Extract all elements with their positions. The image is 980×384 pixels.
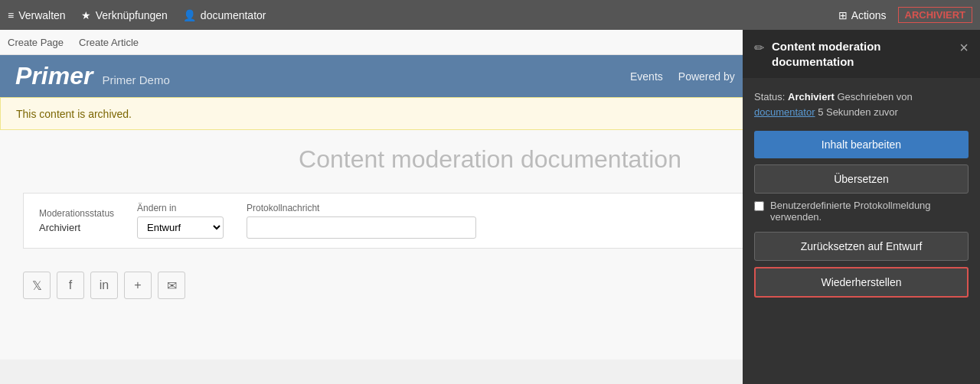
moderation-status-group: Moderationsstatus Archiviert xyxy=(39,208,114,233)
panel-header-left: ✏ Content moderation documentation xyxy=(754,39,959,69)
moderation-message-group: Protokollnachricht xyxy=(247,203,476,239)
nav-label-verknuepfungen: Verknüpfungen xyxy=(96,9,168,21)
nav-item-documentator[interactable]: 👤 documentator xyxy=(183,9,266,21)
user-icon: 👤 xyxy=(183,9,196,21)
moderation-change-group: Ändern in Entwurf Veröffentlicht Archivi… xyxy=(137,203,224,239)
author-link[interactable]: documentator xyxy=(754,106,815,118)
panel-close-button[interactable]: × xyxy=(959,39,969,57)
create-article-link[interactable]: Create Article xyxy=(79,37,139,48)
translate-button[interactable]: Übersetzen xyxy=(754,164,969,194)
addthis-share-icon[interactable]: + xyxy=(124,272,152,299)
actions-label: Actions xyxy=(851,9,887,21)
site-tagline: Primer Demo xyxy=(102,73,169,86)
status-label: Status: xyxy=(754,91,785,103)
moderation-change-label: Ändern in xyxy=(137,203,224,213)
create-page-link[interactable]: Create Page xyxy=(8,37,64,48)
moderation-change-select[interactable]: Entwurf Veröffentlicht Archiviert xyxy=(137,216,224,239)
panel-body: Status: Archiviert Geschrieben von docum… xyxy=(743,78,980,384)
nav-events[interactable]: Events xyxy=(630,70,663,83)
moderation-message-label: Protokollnachricht xyxy=(247,203,476,213)
nav-item-verwalten[interactable]: ≡ Verwalten xyxy=(8,9,66,21)
moderation-message-input[interactable] xyxy=(247,216,476,239)
linkedin-share-icon[interactable]: in xyxy=(90,272,118,299)
nav-powered-by[interactable]: Powered by xyxy=(678,70,735,83)
star-icon: ★ xyxy=(81,9,91,21)
nav-item-verknuepfungen[interactable]: ★ Verknüpfungen xyxy=(81,9,168,21)
alert-message: This content is archived. xyxy=(16,108,132,120)
twitter-share-icon[interactable]: 𝕏 xyxy=(23,272,51,299)
edit-icon: ✏ xyxy=(754,41,764,55)
site-logo: Primer xyxy=(15,62,93,90)
panel-status-text: Status: Archiviert Geschrieben von docum… xyxy=(754,89,969,119)
reset-to-draft-button[interactable]: Zurücksetzen auf Entwurf xyxy=(754,232,969,261)
edit-content-button[interactable]: Inhalt bearbeiten xyxy=(754,131,969,158)
nav-label-documentator: documentator xyxy=(201,9,266,21)
moderation-status-value: Archiviert xyxy=(39,222,114,233)
right-panel: ✏ Content moderation documentation × Sta… xyxy=(743,30,980,384)
custom-log-checkbox-row: Benutzerdefinierte Protokollmeldung verw… xyxy=(754,200,969,223)
status-value: Archiviert xyxy=(788,91,835,103)
site-logo-area: Primer Primer Demo xyxy=(15,62,170,90)
hamburger-icon: ≡ xyxy=(8,9,14,21)
nav-label-verwalten: Verwalten xyxy=(18,9,65,21)
actions-button[interactable]: ⊞ Actions xyxy=(838,9,887,21)
email-share-icon[interactable]: ✉ xyxy=(158,272,185,299)
written-by-label: Geschrieben von xyxy=(837,91,912,103)
moderation-status-label: Moderationsstatus xyxy=(39,208,114,219)
time-ago: 5 Sekunden zuvor xyxy=(818,106,898,118)
facebook-share-icon[interactable]: f xyxy=(57,272,84,299)
archived-badge: ARCHIVIERT xyxy=(898,7,972,23)
top-nav-right: ⊞ Actions ARCHIVIERT xyxy=(838,7,972,23)
top-nav-left: ≡ Verwalten ★ Verknüpfungen 👤 documentat… xyxy=(8,9,266,21)
top-navigation: ≡ Verwalten ★ Verknüpfungen 👤 documentat… xyxy=(0,0,980,30)
custom-log-checkbox[interactable] xyxy=(754,201,764,211)
list-icon: ⊞ xyxy=(838,9,848,21)
panel-title: Content moderation documentation xyxy=(772,39,959,69)
restore-button[interactable]: Wiederherstellen xyxy=(754,267,969,298)
panel-header: ✏ Content moderation documentation × xyxy=(743,30,980,78)
custom-log-label: Benutzerdefinierte Protokollmeldung verw… xyxy=(770,200,969,223)
